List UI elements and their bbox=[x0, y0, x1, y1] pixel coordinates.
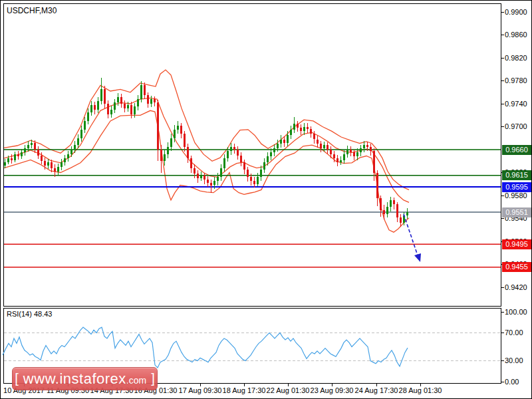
logo-www-text: www.instaforex bbox=[23, 370, 126, 388]
rsi-tick-label: 100.00 bbox=[505, 308, 527, 316]
instaforex-logo: [ www.instaforex .com ] bbox=[12, 367, 158, 390]
price-tick-mark bbox=[501, 58, 504, 59]
rsi-tick-mark bbox=[501, 312, 504, 313]
price-tick-mark bbox=[501, 126, 504, 127]
rsi-tick-mark bbox=[501, 360, 504, 361]
price-tick-label: 0.9860 bbox=[505, 31, 527, 39]
price-tick-label: 0.9580 bbox=[505, 192, 527, 200]
rsi-tick-label: 30.00 bbox=[505, 356, 523, 364]
rsi-line bbox=[3, 327, 408, 368]
price-badge-0.9615: 0.9615 bbox=[502, 170, 531, 180]
rsi-tick-label: 70.00 bbox=[505, 329, 523, 336]
chart-canvas[interactable] bbox=[1, 1, 532, 399]
candles-group bbox=[4, 78, 408, 226]
price-tick-label: 0.9740 bbox=[505, 100, 527, 108]
price-tick-mark bbox=[501, 12, 504, 13]
price-badge-0.9660: 0.9660 bbox=[502, 145, 531, 155]
rsi-indicator-label: RSI(14) 48.43 bbox=[7, 310, 52, 318]
logo-bracket-right: ] bbox=[151, 371, 155, 386]
rsi-tick-mark bbox=[501, 382, 504, 382]
price-badge-0.9551: 0.9551 bbox=[502, 207, 531, 217]
logo-dotcom-text: .com bbox=[126, 375, 146, 386]
price-tick-mark bbox=[501, 218, 504, 219]
date-tick-label: 28 Aug 01:30 bbox=[390, 386, 450, 394]
price-badge-0.9455: 0.9455 bbox=[502, 262, 531, 272]
price-tick-mark bbox=[501, 35, 504, 35]
logo-bracket-left: [ bbox=[15, 371, 19, 386]
price-tick-label: 0.9820 bbox=[505, 54, 527, 62]
price-tick-mark bbox=[501, 287, 504, 288]
price-badge-0.9495: 0.9495 bbox=[502, 239, 531, 249]
price-tick-label: 0.9700 bbox=[505, 122, 527, 130]
price-tick-mark bbox=[501, 80, 504, 81]
bollinger-upper-band bbox=[4, 70, 409, 190]
trend-arrow-head bbox=[414, 253, 421, 262]
bollinger-lower-band bbox=[4, 110, 409, 232]
price-tick-label: 0.9780 bbox=[505, 76, 527, 84]
price-tick-label: 0.9420 bbox=[505, 283, 527, 291]
price-badge-0.9595: 0.9595 bbox=[502, 182, 531, 192]
price-tick-label: 0.9900 bbox=[505, 8, 527, 16]
trend-arrow-line bbox=[404, 214, 418, 255]
rsi-tick-mark bbox=[501, 332, 504, 333]
price-tick-mark bbox=[501, 196, 504, 196]
rsi-tick-label: 0.00 bbox=[505, 378, 519, 386]
price-tick-mark bbox=[501, 104, 504, 104]
symbol-timeframe-title: USDCHF,M30 bbox=[7, 6, 57, 15]
chart-window: USDCHF,M30 RSI(14) 48.43 0.99000.98600.9… bbox=[0, 0, 532, 399]
